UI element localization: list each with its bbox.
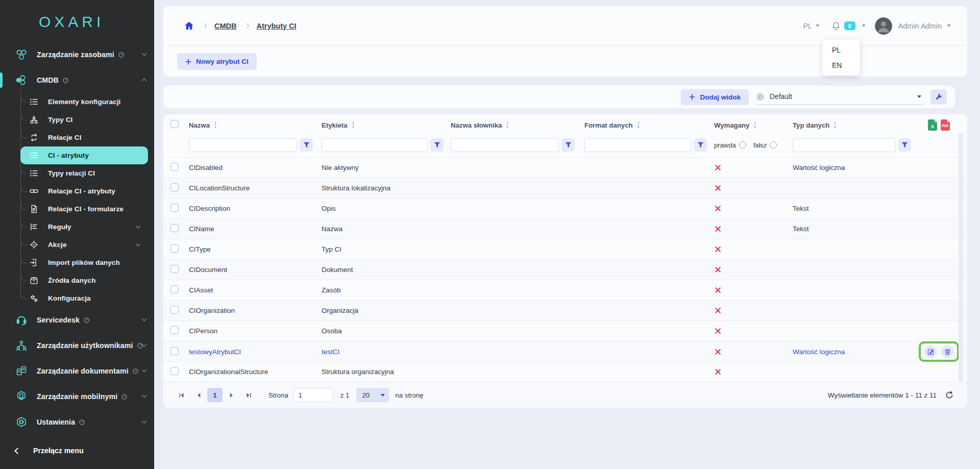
sidebar-item-zarzadzanie-dokumentami[interactable]: Zarządzanie dokumentami	[0, 358, 154, 384]
chevron-down-icon	[136, 241, 141, 246]
sidebar-item-label: Ustawienia	[37, 418, 75, 426]
sidebar-item-konfiguracja[interactable]: Konfiguracja	[20, 289, 148, 307]
row-checkbox[interactable]	[170, 347, 179, 355]
toggle-menu-button[interactable]: Przełącz menu	[0, 447, 154, 455]
first-page-button[interactable]	[175, 388, 188, 402]
sidebar-item-relacje-ci[interactable]: Relacje CI	[20, 129, 148, 146]
delete-button[interactable]	[940, 344, 955, 359]
required-false-radio[interactable]	[770, 141, 777, 149]
column-header-wymagany[interactable]: Wymagany	[714, 121, 793, 129]
filter-button[interactable]	[430, 138, 444, 152]
vertical-scrollbar[interactable]	[959, 133, 963, 382]
column-menu-icon[interactable]	[352, 121, 354, 129]
column-menu-icon[interactable]	[214, 121, 216, 129]
types-icon	[29, 115, 39, 125]
sidebar-item-zarzadzanie-zasobami[interactable]: Zarządzanie zasobami	[0, 42, 154, 67]
select-all-checkbox[interactable]	[170, 120, 179, 128]
page-number-input[interactable]	[293, 388, 333, 402]
cell-typ-danych[interactable]: Wartość logiczna	[793, 348, 918, 356]
breadcrumb-atrybuty-ci[interactable]: Atrybuty CI	[257, 22, 297, 30]
row-checkbox[interactable]	[170, 285, 179, 293]
filter-button[interactable]	[898, 138, 911, 152]
export-excel-icon[interactable]: X	[928, 119, 937, 131]
add-view-button[interactable]: Dodaj widok	[681, 89, 749, 105]
column-header-format-danych[interactable]: Format danych	[584, 121, 714, 129]
new-attribute-button[interactable]: Nowy atrybut CI	[177, 53, 257, 70]
edit-button[interactable]	[923, 344, 938, 359]
table-settings-button[interactable]	[930, 89, 947, 105]
sidebar-item-label: Reguły	[48, 223, 71, 231]
language-option-pl[interactable]: PL	[822, 42, 860, 58]
column-header-typ-danych[interactable]: Typ danych	[793, 121, 918, 129]
table-row-cidescription: CIDescriptionOpisTekst	[163, 198, 967, 218]
column-menu-icon[interactable]	[754, 121, 756, 129]
sidebar-item-zarzadzanie-uzytkownikami[interactable]: Zarządzanie użytkownikami	[0, 333, 154, 358]
filter-input-etykieta[interactable]	[322, 138, 428, 152]
view-select[interactable]: Default	[756, 89, 923, 105]
row-checkbox[interactable]	[170, 183, 179, 191]
sidebar-item-relacje-ci-formularze[interactable]: Relacje CI - formularze	[20, 200, 148, 218]
last-page-button[interactable]	[242, 388, 255, 402]
filter-input-nazwa-slownika[interactable]	[451, 138, 559, 152]
column-header-nazwa[interactable]: Nazwa	[189, 121, 322, 129]
sidebar-item-ustawienia[interactable]: Ustawienia	[0, 409, 154, 435]
chevron-down-icon[interactable]	[947, 24, 951, 27]
gauge-icon	[79, 419, 85, 426]
breadcrumb: CMDB Atrybuty CI	[184, 20, 297, 31]
user-avatar[interactable]	[875, 17, 892, 35]
current-page-button[interactable]: 1	[207, 388, 223, 402]
filter-button[interactable]	[694, 138, 707, 152]
sidebar-item-typy-relacji-ci[interactable]: Typy relacji CI	[20, 164, 148, 182]
users-icon	[15, 339, 28, 352]
list-icon	[29, 151, 39, 160]
filter-input-format-danych[interactable]	[584, 138, 691, 152]
column-header-nazwa-slownika[interactable]: Nazwa słownika	[451, 121, 584, 129]
row-checkbox[interactable]	[170, 367, 179, 375]
cell-nazwa: CILocationStructure	[189, 184, 322, 192]
sidebar-item-zarzadzanie-mobilnymi[interactable]: Zarządzanie mobilnymi	[0, 384, 154, 409]
previous-page-button[interactable]	[192, 388, 205, 402]
next-page-button[interactable]	[225, 388, 238, 402]
column-menu-icon[interactable]	[638, 121, 640, 129]
sidebar-item-typy-ci[interactable]: Typy CI	[20, 111, 148, 129]
cell-nazwa[interactable]: testowyAtrybutCI	[189, 348, 322, 356]
relations-icon	[29, 133, 39, 142]
row-checkbox[interactable]	[170, 224, 179, 232]
language-dropdown[interactable]: PL	[803, 22, 819, 30]
sidebar-item-elementy-konfiguracji[interactable]: Elementy konfiguracji	[20, 93, 148, 111]
column-header-etykieta[interactable]: Etykieta	[322, 121, 451, 129]
sidebar-item-reguly[interactable]: Reguły	[20, 218, 148, 236]
sidebar-item-cmdb[interactable]: CMDB	[0, 67, 154, 93]
sidebar-item-akcje[interactable]: Akcje	[20, 236, 148, 254]
filter-button[interactable]	[561, 138, 575, 152]
sidebar-item-relacje-ci-atrybuty[interactable]: Relacje CI - atrybuty	[20, 182, 148, 200]
row-checkbox[interactable]	[170, 204, 179, 212]
export-pdf-icon[interactable]: PDF	[941, 119, 950, 131]
filter-input-nazwa[interactable]	[189, 138, 297, 152]
language-option-en[interactable]: EN	[822, 58, 860, 73]
refresh-button[interactable]	[945, 390, 954, 400]
notifications-bell-icon[interactable]	[831, 21, 841, 31]
chevron-down-icon[interactable]	[862, 24, 866, 27]
row-checkbox[interactable]	[170, 265, 179, 273]
row-checkbox[interactable]	[170, 244, 179, 253]
sidebar-item-ci-atrybuty[interactable]: CI - atrybuty	[20, 146, 148, 164]
filter-input-typ-danych[interactable]	[793, 138, 896, 152]
highlight-annotation	[919, 341, 959, 362]
table-row-ciasset: CIAssetZasób	[163, 280, 967, 300]
sidebar-item-servicedesk[interactable]: Servicedesk	[0, 307, 154, 333]
sidebar-item-zrodla-danych[interactable]: Źródła danych	[20, 271, 148, 289]
row-checkbox[interactable]	[170, 163, 179, 171]
row-checkbox[interactable]	[170, 326, 179, 334]
cell-etykieta[interactable]: testCI	[322, 348, 451, 356]
column-menu-icon[interactable]	[834, 121, 836, 129]
filter-button[interactable]	[300, 138, 313, 152]
rules-icon	[29, 222, 39, 232]
column-menu-icon[interactable]	[506, 121, 508, 129]
row-checkbox[interactable]	[170, 306, 179, 314]
per-page-select[interactable]: 20	[356, 388, 389, 402]
required-true-radio[interactable]	[739, 141, 746, 149]
home-icon[interactable]	[184, 20, 194, 31]
sidebar-item-import-plikow-danych[interactable]: Import plików danych	[20, 254, 148, 271]
breadcrumb-cmdb[interactable]: CMDB	[214, 22, 237, 30]
